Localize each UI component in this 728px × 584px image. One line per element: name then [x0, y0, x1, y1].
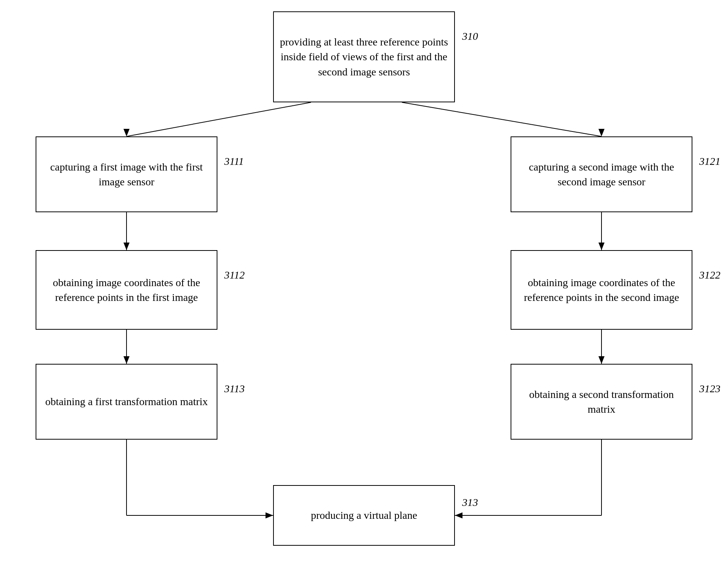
box-3122: obtaining image coordinates of the refer…: [511, 250, 692, 330]
label-3121: 3121: [699, 155, 720, 168]
label-3122: 3122: [699, 269, 720, 281]
svg-marker-9: [598, 243, 605, 250]
box-3122-label: obtaining image coordinates of the refer…: [517, 275, 686, 305]
svg-marker-14: [266, 512, 273, 518]
label-3113: 3113: [224, 383, 245, 395]
box-313-label: producing a virtual plane: [311, 508, 417, 523]
svg-marker-5: [123, 243, 130, 250]
svg-marker-17: [455, 512, 462, 518]
label-3112: 3112: [224, 269, 245, 281]
svg-marker-7: [123, 356, 130, 364]
svg-marker-11: [598, 356, 605, 364]
label-310: 310: [462, 30, 478, 42]
box-3111-label: capturing a first image with the first i…: [42, 160, 211, 189]
label-3111: 3111: [224, 155, 244, 168]
box-3113-label: obtaining a first transformation matrix: [45, 394, 208, 409]
diagram-container: providing at least three reference point…: [0, 0, 728, 584]
svg-marker-1: [123, 129, 130, 136]
svg-line-0: [127, 102, 311, 136]
box-3123-label: obtaining a second transformation matrix: [517, 387, 686, 416]
svg-line-2: [402, 102, 601, 136]
box-3112-label: obtaining image coordinates of the refer…: [42, 275, 211, 305]
box-3112: obtaining image coordinates of the refer…: [36, 250, 217, 330]
box-313: producing a virtual plane: [273, 485, 455, 546]
box-3123: obtaining a second transformation matrix: [511, 364, 692, 440]
box-3121: capturing a second image with the second…: [511, 136, 692, 212]
box-3113: obtaining a first transformation matrix: [36, 364, 217, 440]
box-3121-label: capturing a second image with the second…: [517, 160, 686, 189]
box-310: providing at least three reference point…: [273, 11, 455, 102]
label-313: 313: [462, 496, 478, 509]
box-310-label: providing at least three reference point…: [280, 34, 448, 79]
box-3111: capturing a first image with the first i…: [36, 136, 217, 212]
svg-marker-3: [598, 129, 605, 136]
label-3123: 3123: [699, 383, 720, 395]
